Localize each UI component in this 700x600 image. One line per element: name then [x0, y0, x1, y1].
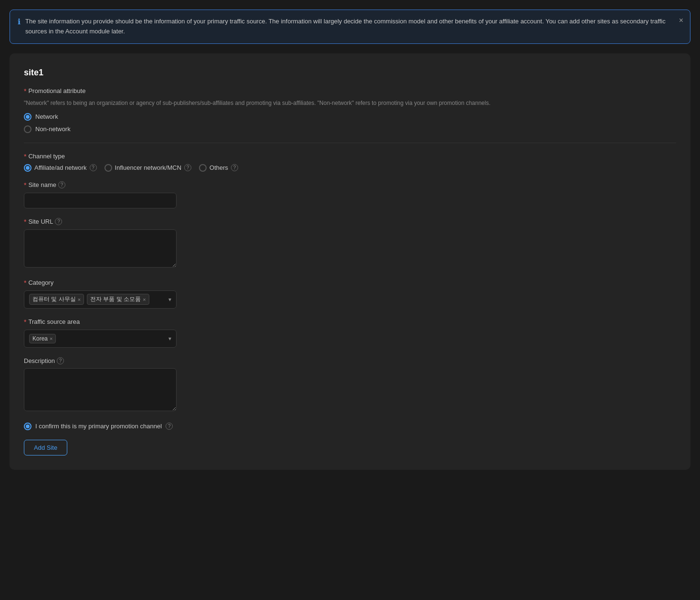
channel-others-input[interactable]	[199, 164, 207, 172]
channel-others-label: Others	[209, 164, 228, 171]
confirm-row: I confirm this is my primary promotion c…	[24, 423, 676, 430]
category-label: * Category	[24, 279, 676, 287]
info-banner: ℹ The site information you provide shoul…	[10, 10, 690, 44]
radio-non-network-label: Non-network	[35, 125, 71, 133]
channel-affiliate-label: Affiliate/ad network	[34, 164, 87, 171]
channel-others[interactable]: Others ?	[199, 164, 238, 172]
channel-influencer-input[interactable]	[104, 164, 112, 172]
required-star: *	[24, 87, 26, 95]
site-url-label: * Site URL ?	[24, 218, 676, 226]
influencer-help-icon[interactable]: ?	[184, 164, 191, 171]
category-group: * Category 컴퓨터 및 사무실 × 전자 부품 및 소모품 × ▾	[24, 279, 676, 309]
category-tag-1: 전자 부품 및 소모품 ×	[87, 294, 149, 305]
radio-network[interactable]: Network	[24, 113, 676, 121]
channel-influencer[interactable]: Influencer network/MCN ?	[104, 164, 191, 172]
site-name-help-icon[interactable]: ?	[58, 181, 65, 188]
traffic-tag-0-label: Korea	[32, 335, 48, 342]
site-name-label: * Site name ?	[24, 181, 676, 189]
description-input[interactable]	[24, 368, 177, 411]
site-url-help-icon[interactable]: ?	[55, 218, 62, 225]
channel-type-label: * Channel type	[24, 153, 676, 160]
promotional-attribute-radio-group: Network Non-network	[24, 113, 676, 133]
radio-network-label: Network	[35, 113, 58, 120]
traffic-source-group: * Traffic source area Korea × ▾	[24, 318, 676, 348]
traffic-source-dropdown-arrow: ▾	[168, 335, 171, 342]
banner-text: The site information you provide should …	[25, 17, 682, 37]
site-url-input[interactable]	[24, 229, 177, 268]
category-tag-1-remove[interactable]: ×	[143, 297, 146, 302]
site-title: site1	[24, 68, 676, 78]
confirm-radio[interactable]	[24, 423, 31, 430]
channel-affiliate-input[interactable]	[24, 164, 31, 172]
description-group: Description ?	[24, 357, 676, 413]
traffic-source-label: * Traffic source area	[24, 318, 676, 326]
channel-type-group: * Channel type Affiliate/ad network ? In…	[24, 153, 676, 172]
radio-non-network[interactable]: Non-network	[24, 125, 676, 133]
info-icon: ℹ	[18, 17, 21, 26]
category-tag-0: 컴퓨터 및 사무실 ×	[29, 294, 84, 305]
add-site-button[interactable]: Add Site	[24, 440, 67, 455]
traffic-tag-0-remove[interactable]: ×	[50, 336, 52, 341]
channel-affiliate[interactable]: Affiliate/ad network ?	[24, 164, 97, 172]
category-tag-1-label: 전자 부품 및 소모품	[90, 295, 141, 303]
required-star-2: *	[24, 153, 26, 160]
others-help-icon[interactable]: ?	[231, 164, 238, 171]
site-url-group: * Site URL ?	[24, 218, 676, 269]
category-dropdown-arrow: ▾	[168, 296, 171, 303]
banner-close-button[interactable]: ×	[679, 17, 683, 24]
channel-type-options: Affiliate/ad network ? Influencer networ…	[24, 164, 676, 172]
promotional-attribute-group: * Promotional attribute "Network" refers…	[24, 87, 676, 133]
traffic-tag-0: Korea ×	[29, 334, 56, 343]
confirm-help-icon[interactable]: ?	[166, 423, 173, 430]
description-help-icon[interactable]: ?	[57, 357, 64, 364]
category-tag-0-remove[interactable]: ×	[78, 297, 81, 302]
category-select[interactable]: 컴퓨터 및 사무실 × 전자 부품 및 소모품 × ▾	[24, 290, 177, 309]
confirm-label: I confirm this is my primary promotion c…	[35, 423, 162, 430]
traffic-source-select[interactable]: Korea × ▾	[24, 330, 177, 348]
divider-1	[24, 143, 676, 143]
radio-non-network-input[interactable]	[24, 125, 31, 133]
site-card: site1 * Promotional attribute "Network" …	[10, 53, 690, 470]
promotional-attribute-label: * Promotional attribute	[24, 87, 676, 95]
promotional-attribute-description: "Network" refers to being an organizatio…	[24, 99, 676, 107]
channel-influencer-label: Influencer network/MCN	[115, 164, 181, 171]
site-name-group: * Site name ?	[24, 181, 676, 208]
category-tag-0-label: 컴퓨터 및 사무실	[32, 295, 76, 303]
radio-network-input[interactable]	[24, 113, 31, 121]
site-name-input[interactable]	[24, 193, 177, 208]
description-label: Description ?	[24, 357, 676, 364]
affiliate-help-icon[interactable]: ?	[90, 164, 97, 171]
